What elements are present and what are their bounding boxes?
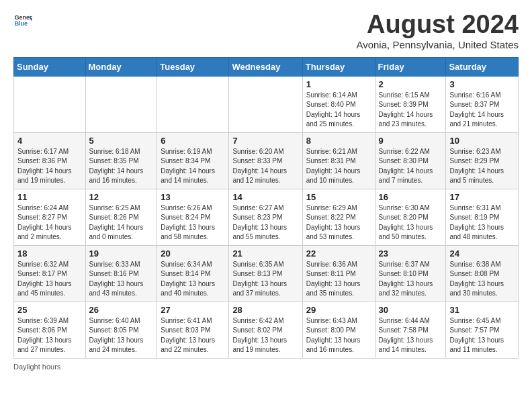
day-info: Sunrise: 6:19 AM Sunset: 8:34 PM Dayligh… [161, 147, 225, 186]
month-year-title: August 2024 [356, 11, 519, 39]
logo: General Blue [13, 11, 32, 30]
calendar-cell: 28Sunrise: 6:42 AM Sunset: 8:02 PM Dayli… [229, 302, 302, 358]
day-info: Sunrise: 6:41 AM Sunset: 8:03 PM Dayligh… [161, 316, 225, 355]
calendar-cell: 17Sunrise: 6:31 AM Sunset: 8:19 PM Dayli… [446, 189, 519, 245]
calendar-day-header: Saturday [446, 57, 519, 76]
day-number: 9 [379, 136, 443, 146]
calendar-cell: 20Sunrise: 6:34 AM Sunset: 8:14 PM Dayli… [157, 245, 229, 302]
day-number: 6 [161, 136, 225, 146]
day-number: 15 [306, 192, 371, 202]
day-number: 17 [449, 192, 515, 202]
day-info: Sunrise: 6:45 AM Sunset: 7:57 PM Dayligh… [449, 316, 515, 355]
daylight-label: Daylight hours [13, 363, 60, 371]
day-info: Sunrise: 6:40 AM Sunset: 8:05 PM Dayligh… [89, 316, 154, 355]
day-number: 8 [306, 136, 371, 146]
calendar-cell: 3Sunrise: 6:16 AM Sunset: 8:37 PM Daylig… [446, 76, 519, 132]
day-number: 19 [89, 248, 154, 259]
day-number: 20 [161, 248, 225, 259]
day-info: Sunrise: 6:35 AM Sunset: 8:13 PM Dayligh… [232, 260, 298, 299]
day-info: Sunrise: 6:39 AM Sunset: 8:06 PM Dayligh… [17, 316, 82, 355]
calendar-cell: 25Sunrise: 6:39 AM Sunset: 8:06 PM Dayli… [14, 302, 86, 358]
day-number: 30 [379, 305, 443, 315]
day-info: Sunrise: 6:15 AM Sunset: 8:39 PM Dayligh… [379, 91, 443, 130]
logo-icon: General Blue [13, 11, 32, 30]
calendar-day-header: Monday [85, 57, 157, 76]
calendar-week-row: 18Sunrise: 6:32 AM Sunset: 8:17 PM Dayli… [14, 245, 519, 302]
day-info: Sunrise: 6:20 AM Sunset: 8:33 PM Dayligh… [232, 147, 298, 186]
calendar-cell: 30Sunrise: 6:44 AM Sunset: 7:58 PM Dayli… [375, 302, 446, 358]
calendar-cell: 6Sunrise: 6:19 AM Sunset: 8:34 PM Daylig… [157, 132, 229, 189]
day-number: 11 [17, 192, 82, 202]
calendar-day-header: Tuesday [157, 57, 229, 76]
day-number: 4 [17, 136, 82, 146]
day-number: 28 [232, 305, 298, 315]
calendar-cell: 13Sunrise: 6:26 AM Sunset: 8:24 PM Dayli… [157, 189, 229, 245]
day-info: Sunrise: 6:44 AM Sunset: 7:58 PM Dayligh… [379, 316, 443, 355]
day-info: Sunrise: 6:30 AM Sunset: 8:20 PM Dayligh… [379, 203, 443, 242]
day-number: 3 [449, 79, 515, 89]
calendar-cell: 9Sunrise: 6:22 AM Sunset: 8:30 PM Daylig… [375, 132, 446, 189]
day-info: Sunrise: 6:18 AM Sunset: 8:35 PM Dayligh… [89, 147, 154, 186]
calendar-cell: 27Sunrise: 6:41 AM Sunset: 8:03 PM Dayli… [157, 302, 229, 358]
calendar-week-row: 25Sunrise: 6:39 AM Sunset: 8:06 PM Dayli… [14, 302, 519, 358]
day-number: 5 [89, 136, 154, 146]
calendar-cell: 11Sunrise: 6:24 AM Sunset: 8:27 PM Dayli… [14, 189, 86, 245]
calendar-cell: 10Sunrise: 6:23 AM Sunset: 8:29 PM Dayli… [446, 132, 519, 189]
day-number: 10 [449, 136, 515, 146]
calendar-day-header: Wednesday [229, 57, 302, 76]
day-info: Sunrise: 6:14 AM Sunset: 8:40 PM Dayligh… [306, 91, 371, 130]
day-number: 25 [17, 305, 82, 315]
day-info: Sunrise: 6:17 AM Sunset: 8:36 PM Dayligh… [17, 147, 82, 186]
day-info: Sunrise: 6:38 AM Sunset: 8:08 PM Dayligh… [449, 260, 515, 299]
calendar-cell: 16Sunrise: 6:30 AM Sunset: 8:20 PM Dayli… [375, 189, 446, 245]
calendar-cell [14, 76, 86, 132]
footer: Daylight hours [13, 363, 519, 371]
calendar-cell: 8Sunrise: 6:21 AM Sunset: 8:31 PM Daylig… [302, 132, 375, 189]
calendar-cell [85, 76, 157, 132]
calendar-cell [229, 76, 302, 132]
day-info: Sunrise: 6:25 AM Sunset: 8:26 PM Dayligh… [89, 203, 154, 242]
day-info: Sunrise: 6:34 AM Sunset: 8:14 PM Dayligh… [161, 260, 225, 299]
day-info: Sunrise: 6:32 AM Sunset: 8:17 PM Dayligh… [17, 260, 82, 299]
page-header: General Blue August 2024 Avonia, Pennsyl… [13, 11, 519, 50]
day-info: Sunrise: 6:23 AM Sunset: 8:29 PM Dayligh… [449, 147, 515, 186]
day-number: 18 [17, 248, 82, 259]
svg-text:Blue: Blue [14, 20, 28, 27]
day-number: 23 [379, 248, 443, 259]
calendar-cell: 22Sunrise: 6:36 AM Sunset: 8:11 PM Dayli… [302, 245, 375, 302]
day-info: Sunrise: 6:33 AM Sunset: 8:16 PM Dayligh… [89, 260, 154, 299]
day-number: 7 [232, 136, 298, 146]
day-number: 14 [232, 192, 298, 202]
calendar-day-header: Thursday [302, 57, 375, 76]
day-info: Sunrise: 6:36 AM Sunset: 8:11 PM Dayligh… [306, 260, 371, 299]
location-subtitle: Avonia, Pennsylvania, United States [356, 39, 519, 50]
day-info: Sunrise: 6:26 AM Sunset: 8:24 PM Dayligh… [161, 203, 225, 242]
day-number: 12 [89, 192, 154, 202]
calendar-cell: 19Sunrise: 6:33 AM Sunset: 8:16 PM Dayli… [85, 245, 157, 302]
day-info: Sunrise: 6:29 AM Sunset: 8:22 PM Dayligh… [306, 203, 371, 242]
calendar-cell: 15Sunrise: 6:29 AM Sunset: 8:22 PM Dayli… [302, 189, 375, 245]
day-number: 2 [379, 79, 443, 89]
calendar-cell: 12Sunrise: 6:25 AM Sunset: 8:26 PM Dayli… [85, 189, 157, 245]
calendar-cell: 18Sunrise: 6:32 AM Sunset: 8:17 PM Dayli… [14, 245, 86, 302]
day-number: 1 [306, 79, 371, 89]
day-number: 13 [161, 192, 225, 202]
calendar-cell: 26Sunrise: 6:40 AM Sunset: 8:05 PM Dayli… [85, 302, 157, 358]
day-info: Sunrise: 6:42 AM Sunset: 8:02 PM Dayligh… [232, 316, 298, 355]
day-number: 22 [306, 248, 371, 259]
day-info: Sunrise: 6:37 AM Sunset: 8:10 PM Dayligh… [379, 260, 443, 299]
calendar-cell: 4Sunrise: 6:17 AM Sunset: 8:36 PM Daylig… [14, 132, 86, 189]
calendar-header-row: SundayMondayTuesdayWednesdayThursdayFrid… [14, 57, 519, 76]
day-number: 16 [379, 192, 443, 202]
day-info: Sunrise: 6:21 AM Sunset: 8:31 PM Dayligh… [306, 147, 371, 186]
calendar-cell: 1Sunrise: 6:14 AM Sunset: 8:40 PM Daylig… [302, 76, 375, 132]
calendar-cell [157, 76, 229, 132]
calendar-cell: 24Sunrise: 6:38 AM Sunset: 8:08 PM Dayli… [446, 245, 519, 302]
calendar-week-row: 11Sunrise: 6:24 AM Sunset: 8:27 PM Dayli… [14, 189, 519, 245]
calendar-cell: 2Sunrise: 6:15 AM Sunset: 8:39 PM Daylig… [375, 76, 446, 132]
day-number: 27 [161, 305, 225, 315]
calendar-day-header: Sunday [14, 57, 86, 76]
day-number: 21 [232, 248, 298, 259]
calendar-cell: 23Sunrise: 6:37 AM Sunset: 8:10 PM Dayli… [375, 245, 446, 302]
calendar-cell: 14Sunrise: 6:27 AM Sunset: 8:23 PM Dayli… [229, 189, 302, 245]
